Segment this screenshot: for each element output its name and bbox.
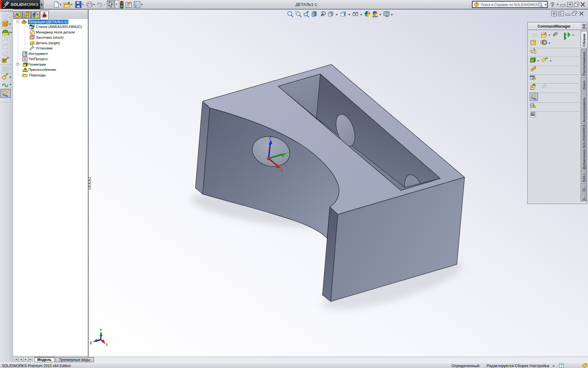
svg-text:Y: Y [287, 151, 289, 155]
svg-text:?: ? [551, 1, 554, 8]
svg-text:?: ? [476, 3, 477, 6]
svg-text:Z: Z [269, 136, 271, 140]
svg-text:Y: Y [100, 328, 102, 332]
svg-text:X: X [105, 343, 108, 347]
svg-text:Z: Z [90, 341, 92, 345]
svg-text:X: X [281, 169, 283, 172]
svg-text:?: ? [560, 363, 563, 368]
